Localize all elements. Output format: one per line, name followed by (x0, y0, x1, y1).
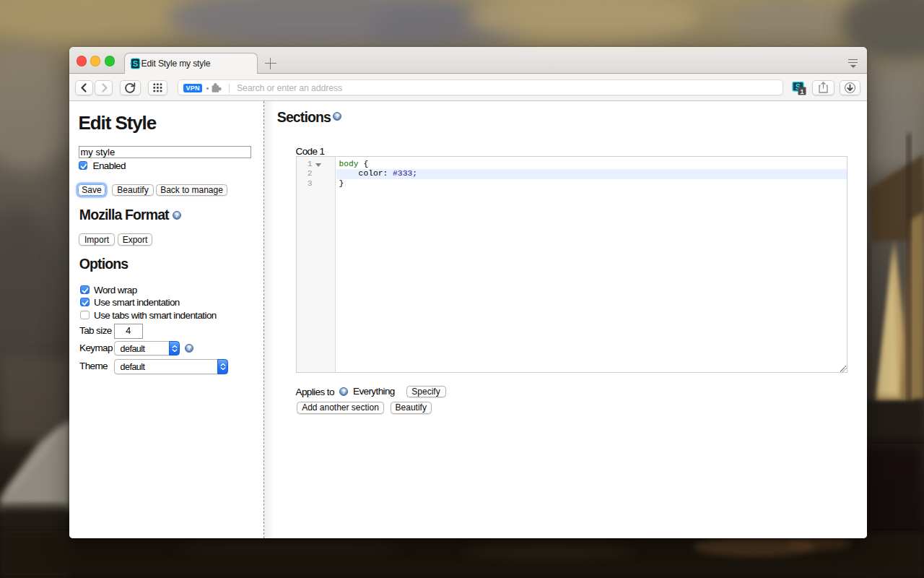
svg-text:1: 1 (800, 87, 803, 95)
svg-text:S: S (132, 59, 138, 68)
